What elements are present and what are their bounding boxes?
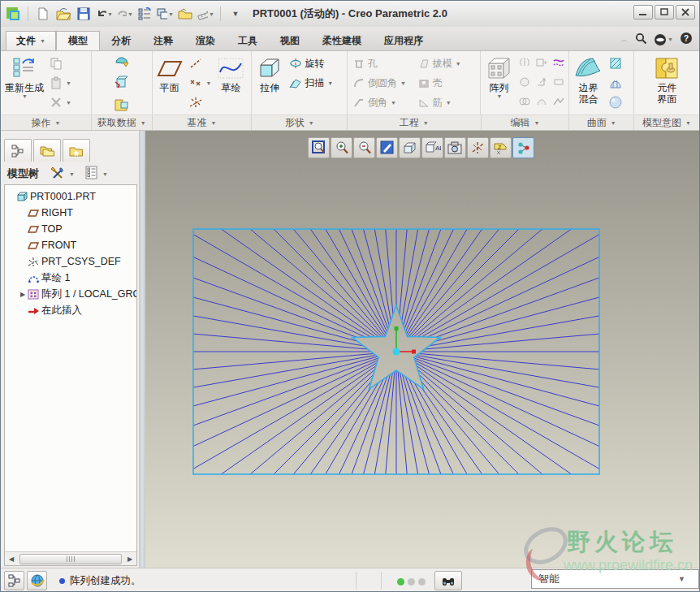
tree-item[interactable]: RIGHT xyxy=(6,205,136,221)
regenerate-button[interactable]: 重新生成 ▼ xyxy=(2,54,46,112)
display-style-button[interactable] xyxy=(399,137,421,158)
merge-button[interactable] xyxy=(534,93,550,110)
open-file-button[interactable] xyxy=(54,5,72,23)
spin-center-button[interactable] xyxy=(512,137,534,158)
zoom-in-button[interactable] xyxy=(331,137,352,158)
tab-注释[interactable]: 注释 xyxy=(142,31,184,50)
mirror-button[interactable] xyxy=(516,54,533,71)
connect-icon[interactable]: ▼ xyxy=(654,33,673,46)
tree-item[interactable]: 在此插入 xyxy=(6,302,136,318)
find-button[interactable] xyxy=(434,571,462,590)
group-label-operations[interactable]: 操作▼ xyxy=(1,115,92,130)
tree-item[interactable]: PRT0001.PRT xyxy=(6,188,136,205)
save-button[interactable] xyxy=(75,5,93,23)
zoom-fit-button[interactable] xyxy=(308,137,330,158)
tab-工具[interactable]: 工具 xyxy=(227,31,269,50)
scroll-left-arrow[interactable]: ◀ xyxy=(5,552,18,565)
sketch-button[interactable]: 草绘 xyxy=(214,54,247,112)
restore-button[interactable] xyxy=(655,5,674,19)
annotation-display-button[interactable]: Z xyxy=(490,137,512,158)
datum-point-button[interactable]: ▼ xyxy=(187,75,214,91)
windows-button[interactable]: ▼ xyxy=(156,5,174,23)
datum-axis-button[interactable] xyxy=(187,55,214,71)
tree-item[interactable]: TOP xyxy=(6,221,136,237)
group-label-shapes[interactable]: 形状▼ xyxy=(252,115,348,130)
copy-button[interactable] xyxy=(48,55,73,71)
favorites-tab[interactable] xyxy=(63,139,90,162)
group-label-datum[interactable]: 基准▼ xyxy=(153,115,253,130)
draft-button[interactable]: 拔模▼ xyxy=(416,55,477,71)
search-icon[interactable] xyxy=(635,32,647,47)
graphics-area[interactable]: AB Z X.X+-0.1X.XX+-0.01X.XXX+-0.001ANG.+… xyxy=(145,131,699,568)
sphere-button[interactable] xyxy=(607,94,624,110)
extend-button[interactable] xyxy=(534,54,550,71)
undo-button[interactable]: ▼ xyxy=(95,5,113,23)
offset-button[interactable] xyxy=(534,74,550,90)
style-surface-button[interactable] xyxy=(607,75,624,91)
saved-orientations-button[interactable]: AB xyxy=(421,137,443,158)
view-manager-button[interactable] xyxy=(444,137,466,158)
round-button[interactable]: 倒圆角▼ xyxy=(351,75,413,91)
scrollbar-thumb[interactable] xyxy=(19,554,122,564)
app-logo-icon[interactable] xyxy=(4,5,22,23)
repaint-button[interactable] xyxy=(376,137,398,158)
tab-分析[interactable]: 分析 xyxy=(100,31,142,50)
folder-browser-tab[interactable] xyxy=(33,139,61,162)
close-button[interactable] xyxy=(676,5,695,19)
rib-button[interactable]: 筋▼ xyxy=(416,94,477,110)
thicken-button[interactable] xyxy=(551,74,567,90)
copy-geometry-button[interactable] xyxy=(112,75,132,91)
tree-horizontal-scrollbar[interactable]: ◀ ▶ xyxy=(5,551,136,565)
tree-item[interactable]: FRONT xyxy=(6,237,136,253)
new-file-button[interactable] xyxy=(34,5,52,23)
component-interface-button[interactable]: 元件界面 xyxy=(650,54,683,112)
collapse-ribbon-icon[interactable]: ︿ xyxy=(620,34,629,45)
boundary-blend-button[interactable]: 边界混合 xyxy=(571,54,605,112)
measure-button[interactable]: ▼ xyxy=(197,5,214,23)
tree-tools-icon[interactable] xyxy=(50,166,64,183)
file-menu-button[interactable]: 文件 ▼ xyxy=(6,31,56,50)
tab-应用程序[interactable]: 应用程序 xyxy=(373,31,434,50)
tab-柔性建模[interactable]: 柔性建模 xyxy=(311,31,373,50)
model-tree-tab[interactable] xyxy=(4,139,32,162)
project-button[interactable] xyxy=(551,54,567,71)
regenerate-list-button[interactable] xyxy=(136,5,153,23)
expander-icon[interactable]: ▶ xyxy=(18,291,28,298)
tab-模型[interactable]: 模型 xyxy=(56,31,100,50)
shrinkwrap-button[interactable] xyxy=(112,96,132,112)
tree-item[interactable]: 草绘 1 xyxy=(6,270,136,286)
paste-button[interactable]: ▼ xyxy=(48,75,73,91)
minimize-button[interactable] xyxy=(633,5,653,19)
hole-button[interactable]: 孔 xyxy=(351,55,413,71)
pattern-button[interactable]: 阵列 ▼ xyxy=(482,54,515,112)
shell-button[interactable]: 壳 xyxy=(416,75,477,91)
chamfer-button[interactable]: 倒角▼ xyxy=(351,94,413,110)
datum-display-button[interactable] xyxy=(467,137,489,158)
toggle-model-tree-button[interactable] xyxy=(4,571,24,590)
extrude-button[interactable]: 拉伸 xyxy=(253,54,286,112)
user-defined-feature-button[interactable] xyxy=(112,54,132,70)
zoom-out-button[interactable] xyxy=(353,137,375,158)
fill-button[interactable] xyxy=(516,74,533,90)
tree-tools-dropdown[interactable]: ▼ xyxy=(69,171,75,177)
tree-item[interactable]: PRT_CSYS_DEF xyxy=(6,253,136,270)
group-label-engineering[interactable]: 工程▼ xyxy=(348,115,482,130)
revolve-button[interactable]: 旋转 xyxy=(287,55,335,71)
help-icon[interactable]: ? xyxy=(680,32,693,47)
delete-button[interactable]: ▼ xyxy=(48,94,73,110)
tab-视图[interactable]: 视图 xyxy=(269,31,311,50)
sweep-button[interactable]: 扫描 ▼ xyxy=(287,75,335,91)
datum-csys-button[interactable] xyxy=(187,94,214,110)
tree-item[interactable]: ▶阵列 1 / LOCAL_GRO xyxy=(6,286,136,302)
scroll-right-arrow[interactable]: ▶ xyxy=(123,552,136,565)
redo-button[interactable]: ▼ xyxy=(115,5,133,23)
group-label-editing[interactable]: 编辑▼ xyxy=(482,115,570,130)
panel-splitter[interactable] xyxy=(139,131,145,568)
group-label-get-data[interactable]: 获取数据▼ xyxy=(92,115,153,130)
customize-qat-button[interactable]: ▼ xyxy=(227,5,244,23)
web-browser-button[interactable] xyxy=(27,571,47,590)
selection-filter-combo[interactable]: 智能 ▼ xyxy=(531,569,699,589)
tree-settings-dropdown[interactable]: ▼ xyxy=(102,171,108,177)
intersect-button[interactable] xyxy=(516,93,533,110)
tree-settings-icon[interactable] xyxy=(85,166,97,182)
